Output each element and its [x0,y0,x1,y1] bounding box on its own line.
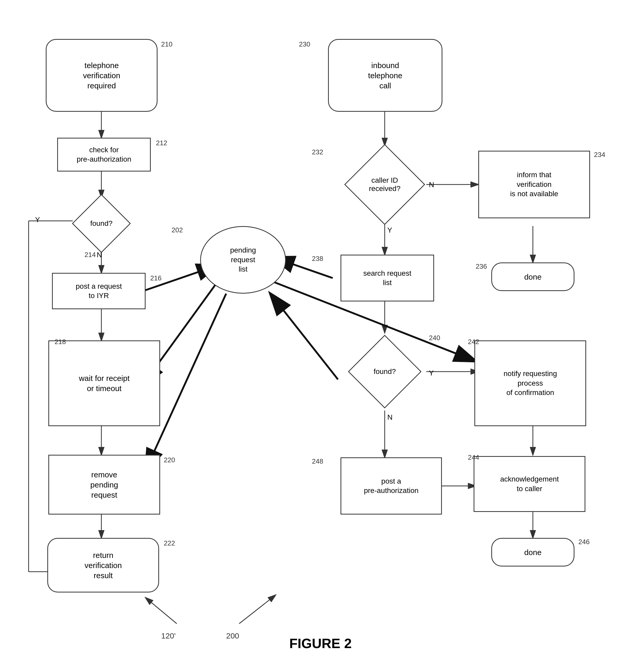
label-236: 236 [476,262,487,271]
post-request-node: post a request to IYR [52,273,146,309]
wait-receipt-node: wait for receipt or timeout [48,340,160,426]
figure-title: FIGURE 2 [289,636,352,651]
label-218: 218 [55,338,66,346]
post-preauth-node: post a pre-authorization [341,457,442,515]
return-verification-node: return verification result [47,538,159,592]
n-label-left: N [97,251,102,259]
inbound-telephone-node: inbound telephone call [328,39,442,112]
done-right-bottom-node: done [491,538,574,566]
caller-id-diamond: caller ID received? [343,146,426,223]
pending-request-list-node: pending request list [200,226,286,294]
label-222: 222 [164,539,175,547]
check-preauth-node: check for pre-authorization [57,138,151,172]
remove-pending-node: remove pending request [48,455,160,515]
acknowledgement-node: acknowledgement to caller [474,456,585,512]
label-242: 242 [468,338,479,346]
label-238: 238 [312,255,323,263]
label-202: 202 [172,226,183,234]
label-248: 248 [312,457,323,465]
found-right-diamond: found? [346,333,424,411]
label-246: 246 [578,538,589,546]
diagram-container: telephone verification required 210 chec… [0,0,641,672]
label-240: 240 [429,334,440,342]
label-214: 214 [84,251,96,259]
label-210: 210 [161,40,172,48]
n-label-right: N [387,413,393,422]
label-200: 200 [226,631,239,640]
label-220: 220 [164,456,175,464]
search-request-node: search request list [341,255,434,301]
label-120-prime: 120' [161,631,176,640]
n-label-caller: N [429,181,434,189]
inform-not-available-node: inform that verification is not availabl… [478,151,590,218]
svg-line-27 [146,598,177,624]
svg-line-24 [270,294,338,380]
label-212: 212 [156,139,167,147]
y-label-left: Y [35,216,40,224]
found-left-diamond: found? [70,197,133,249]
svg-line-28 [239,595,275,624]
label-232: 232 [312,148,323,156]
label-216: 216 [150,274,161,282]
done-right-top-node: done [491,262,574,291]
y-label-caller: Y [387,226,392,234]
label-234: 234 [594,151,605,159]
label-230: 230 [299,40,310,48]
notify-requesting-node: notify requesting process of confirmatio… [474,340,586,426]
label-244: 244 [468,453,479,462]
y-label-right: Y [429,369,434,377]
telephone-verification-node: telephone verification required [46,39,158,112]
